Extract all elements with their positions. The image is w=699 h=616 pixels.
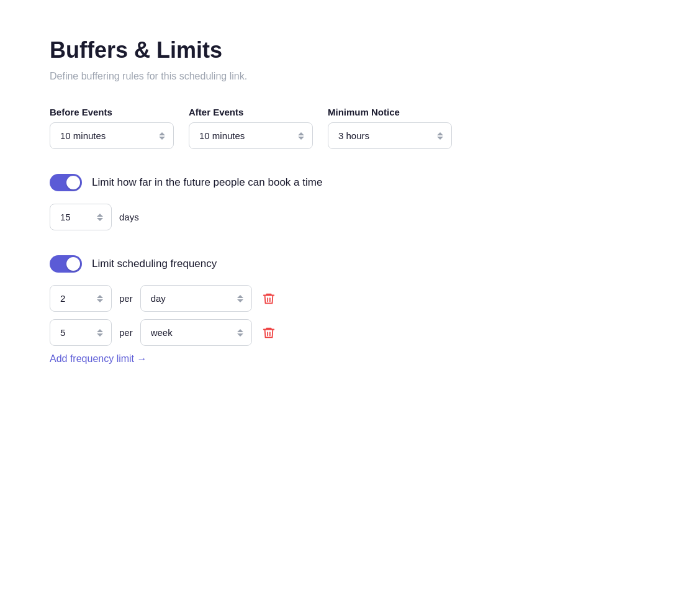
after-events-field: After Events No buffer 5 minutes 10 minu…	[189, 107, 313, 149]
freq-row1-period-select[interactable]: day week month	[140, 285, 252, 312]
freq-row2-period-wrapper: day week month	[140, 319, 252, 346]
page-subtitle: Define buffering rules for this scheduli…	[50, 71, 649, 82]
frequency-row-2: per day week month	[50, 319, 649, 346]
after-events-select-wrapper: No buffer 5 minutes 10 minutes 15 minute…	[189, 122, 313, 149]
freq-row2-input[interactable]	[50, 319, 112, 346]
frequency-limit-toggle-row: Limit scheduling frequency	[50, 255, 649, 273]
toggle-thumb-freq	[66, 257, 80, 271]
future-limit-toggle-row: Limit how far in the future people can b…	[50, 174, 649, 191]
frequency-limit-section: Limit scheduling frequency per day week …	[50, 255, 649, 365]
future-limit-label: Limit how far in the future people can b…	[92, 176, 322, 189]
frequency-row-1: per day week month	[50, 285, 649, 312]
freq-row2-delete-button[interactable]	[259, 324, 278, 342]
minimum-notice-select[interactable]: No buffer 5 minutes 10 minutes 15 minute…	[328, 122, 452, 149]
buffers-section: Before Events No buffer 5 minutes 10 min…	[50, 107, 649, 149]
frequency-limit-toggle[interactable]	[50, 255, 82, 273]
toggle-thumb	[66, 176, 80, 189]
before-events-label: Before Events	[50, 107, 174, 117]
freq-row1-per: per	[119, 293, 133, 304]
freq-row1-delete-button[interactable]	[259, 289, 278, 308]
add-frequency-limit-link[interactable]: Add frequency limit →	[50, 353, 147, 365]
before-events-select[interactable]: No buffer 5 minutes 10 minutes 15 minute…	[50, 122, 174, 149]
before-events-field: Before Events No buffer 5 minutes 10 min…	[50, 107, 174, 149]
freq-row2-period-select[interactable]: day week month	[140, 319, 252, 346]
trash-icon-2	[262, 326, 276, 340]
freq-row1-input[interactable]	[50, 285, 112, 312]
freq-row1-period-wrapper: day week month	[140, 285, 252, 312]
future-limit-unit: days	[119, 212, 139, 222]
freq-row1-input-wrapper	[50, 285, 112, 312]
page-title: Buffers & Limits	[50, 37, 649, 63]
frequency-rows: per day week month	[50, 285, 649, 346]
minimum-notice-label: Minimum Notice	[328, 107, 452, 117]
before-events-select-wrapper: No buffer 5 minutes 10 minutes 15 minute…	[50, 122, 174, 149]
freq-row2-per: per	[119, 327, 133, 338]
freq-row2-input-wrapper	[50, 319, 112, 346]
future-limit-input[interactable]	[50, 204, 112, 230]
minimum-notice-select-wrapper: No buffer 5 minutes 10 minutes 15 minute…	[328, 122, 452, 149]
future-limit-toggle[interactable]	[50, 174, 82, 191]
minimum-notice-field: Minimum Notice No buffer 5 minutes 10 mi…	[328, 107, 452, 149]
buffer-row: Before Events No buffer 5 minutes 10 min…	[50, 107, 649, 149]
after-events-select[interactable]: No buffer 5 minutes 10 minutes 15 minute…	[189, 122, 313, 149]
after-events-label: After Events	[189, 107, 313, 117]
future-limit-inline-row: days	[50, 204, 649, 230]
future-limit-input-wrapper	[50, 204, 112, 230]
trash-icon-1	[262, 292, 276, 306]
frequency-limit-label: Limit scheduling frequency	[92, 258, 217, 270]
future-limit-section: Limit how far in the future people can b…	[50, 174, 649, 230]
